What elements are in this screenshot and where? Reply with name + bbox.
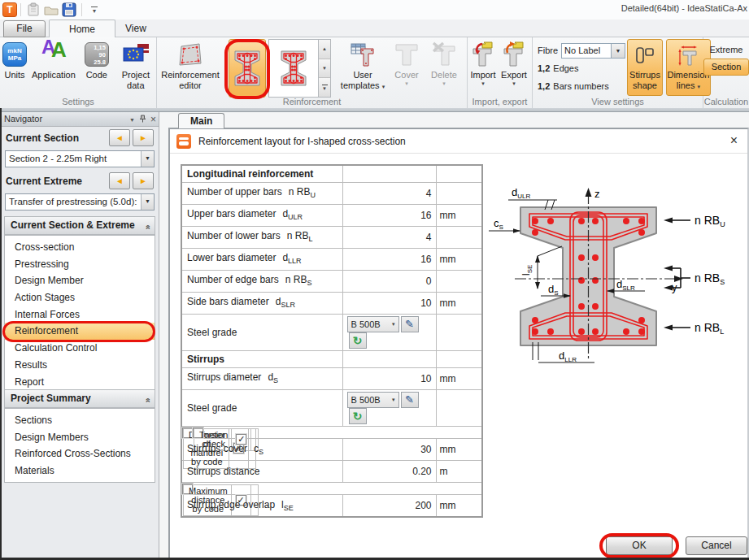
project-data-button[interactable]: Project data xyxy=(115,38,156,93)
edit-pencil-button[interactable]: ✎ xyxy=(401,392,419,408)
dim-cs-label: cS xyxy=(494,217,503,231)
close-icon[interactable]: × xyxy=(150,113,156,127)
value-cell[interactable]: 30 xyxy=(342,438,436,460)
unit-cell xyxy=(436,270,482,292)
application-button[interactable]: A A Application xyxy=(29,38,78,82)
value-cell[interactable]: 200 xyxy=(342,495,436,517)
value-cell[interactable]: 16 xyxy=(342,204,436,226)
refresh-button[interactable]: ↻ xyxy=(349,332,367,349)
dialog-close-icon[interactable]: × xyxy=(730,133,738,148)
dim-lse-label: lSE xyxy=(520,265,533,276)
nav-item-internal-forces[interactable]: Internal Forces xyxy=(5,306,155,323)
collapse-chevron-icon: » xyxy=(138,397,155,402)
tab-file[interactable]: File xyxy=(3,20,46,37)
steel-grade-select[interactable]: B 500B▾ xyxy=(347,316,399,332)
table-row: Side bars diameterdSLR10mm xyxy=(181,292,482,314)
group-header-project-summary[interactable]: Project Summary » xyxy=(4,389,155,408)
chevron-down-icon[interactable]: ▼ xyxy=(141,151,154,167)
gallery-down-icon[interactable]: ▼ xyxy=(319,59,330,79)
nav-item-design-member[interactable]: Design Member xyxy=(5,272,155,289)
refresh-button[interactable]: ↻ xyxy=(349,408,367,424)
table-row: Number of upper barsn RBU4 xyxy=(181,182,482,204)
steel-grade-select[interactable]: B 500B▾ xyxy=(347,392,399,408)
nav-item-materials[interactable]: Materials xyxy=(5,462,155,480)
open-folder-icon[interactable] xyxy=(42,2,60,18)
reinforcement-editor-button[interactable]: Reinforcement editor xyxy=(159,38,221,93)
user-templates-button[interactable]: User templates ▾ xyxy=(337,38,388,93)
cover-button[interactable]: Cover ▾ xyxy=(388,38,425,89)
tab-main[interactable]: Main xyxy=(178,113,224,128)
fibre-select[interactable]: No Label xyxy=(561,43,612,59)
edit-pencil-button[interactable]: ✎ xyxy=(401,316,419,332)
nav-item-design-members[interactable]: Design Members xyxy=(5,429,155,446)
value-cell[interactable]: 10 xyxy=(342,367,436,389)
nav-item-reinforcement[interactable]: Reinforcement xyxy=(5,323,155,340)
value-cell[interactable]: 10 xyxy=(342,292,436,314)
ribbon-group-settings: mkNMPa Units A A Application 1,159025.8 xyxy=(0,37,157,108)
bars-numbers-toggle[interactable]: 1,2 Bars numbers xyxy=(538,77,625,95)
prev-extreme-button[interactable]: ◄ xyxy=(109,172,130,189)
dialog-table-body: Longitudinal reinforcementNumber of uppe… xyxy=(181,165,482,517)
unit-cell: mm xyxy=(436,292,482,314)
current-section-select[interactable]: Section 2 - 2.25m Right ▼ xyxy=(5,150,155,167)
export-dropdown-icon: ▾ xyxy=(512,80,516,87)
gallery-up-icon[interactable]: ▲ xyxy=(319,40,330,59)
value-cell[interactable]: 0.20 xyxy=(342,460,436,482)
save-icon[interactable] xyxy=(60,2,78,18)
customize-toolbar-dropdown-icon[interactable]: ▾ xyxy=(85,2,103,18)
row-label: Steel grade xyxy=(181,389,342,426)
nav-item-calculation-control[interactable]: Calculation Control xyxy=(5,340,155,357)
code-button[interactable]: 1,159025.8 Code xyxy=(78,38,115,82)
export-button[interactable]: Export ▾ xyxy=(499,38,529,89)
current-extreme-select[interactable]: Transfer of prestressing (5.0d): ▼ xyxy=(5,193,155,211)
window-border xyxy=(0,108,2,560)
export-icon xyxy=(501,40,527,69)
value-cell[interactable]: 0 xyxy=(342,270,436,292)
fibre-dropdown-icon[interactable]: ▼ xyxy=(612,43,625,59)
cancel-button[interactable]: Cancel xyxy=(686,536,747,555)
delete-dropdown-icon: ▾ xyxy=(442,80,446,87)
row-label: Number of upper barsn RBU xyxy=(181,182,342,204)
quick-access-toolbar: T ▾ Detailed(64bit) - IdeaStatiCa-Ax xyxy=(0,0,749,20)
row-label: Number of lower barsn RBL xyxy=(181,226,342,248)
navigator-dropdown-icon[interactable]: ▼ xyxy=(129,113,135,127)
stirrups-shape-button[interactable]: Stirrups shape xyxy=(627,39,663,96)
gallery-expand-icon[interactable]: ▼ xyxy=(319,78,330,97)
section-button[interactable]: Section xyxy=(703,59,749,76)
unit-cell: mm xyxy=(436,495,482,517)
nav-item-sections[interactable]: Sections xyxy=(5,412,155,429)
ok-button[interactable]: OK xyxy=(606,536,673,555)
paste-icon[interactable] xyxy=(24,2,42,18)
value-cell[interactable]: 4 xyxy=(342,226,436,248)
chevron-down-icon: ▾ xyxy=(392,397,395,403)
nav-item-cross-section[interactable]: Cross-section xyxy=(5,239,155,256)
nav-item-results[interactable]: Results xyxy=(5,357,155,374)
next-section-button[interactable]: ► xyxy=(133,129,154,146)
tab-view[interactable]: View xyxy=(106,20,166,37)
ribbon-group-calculation: Extreme Section Calculation xyxy=(703,37,749,108)
next-extreme-button[interactable]: ► xyxy=(133,172,154,189)
value-cell[interactable]: 16 xyxy=(342,248,436,270)
row-label: Stirrups xyxy=(181,350,342,367)
template-i-shape-selected[interactable] xyxy=(229,39,266,98)
nav-item-action-stages[interactable]: Action Stages xyxy=(5,289,155,306)
unit-cell: mm xyxy=(436,367,482,389)
template-i-shape-alt[interactable] xyxy=(269,40,318,97)
nav-item-prestressing[interactable]: Prestressing xyxy=(5,256,155,273)
units-button[interactable]: mkNMPa Units xyxy=(0,38,29,82)
table-row: Maximum distance by code✓ xyxy=(182,484,193,494)
edges-toggle[interactable]: 1,2 Edges xyxy=(538,59,625,77)
extreme-label: Extreme xyxy=(710,45,743,54)
group-header-current-section-extreme[interactable]: Current Section & Extreme » xyxy=(4,216,155,235)
nav-item-report[interactable]: Report xyxy=(5,374,155,391)
nav-item-reinforced-cross-sections[interactable]: Reinforced Cross-Sections xyxy=(5,445,155,462)
chevron-down-icon[interactable]: ▼ xyxy=(141,194,154,210)
prev-section-button[interactable]: ◄ xyxy=(109,129,130,146)
navigator-header[interactable]: Navigator ▼ × xyxy=(0,112,159,127)
dialog-title: Reinforcement layout for I-shaped cross-… xyxy=(198,136,406,147)
pin-icon[interactable] xyxy=(139,113,146,127)
ribbon-group-import-export: Import ▾ Export ▾ Import, export xyxy=(468,37,533,108)
value-cell[interactable]: 4 xyxy=(342,182,436,204)
delete-button[interactable]: Delete ▾ xyxy=(425,38,463,89)
import-button[interactable]: Import ▾ xyxy=(468,38,499,89)
